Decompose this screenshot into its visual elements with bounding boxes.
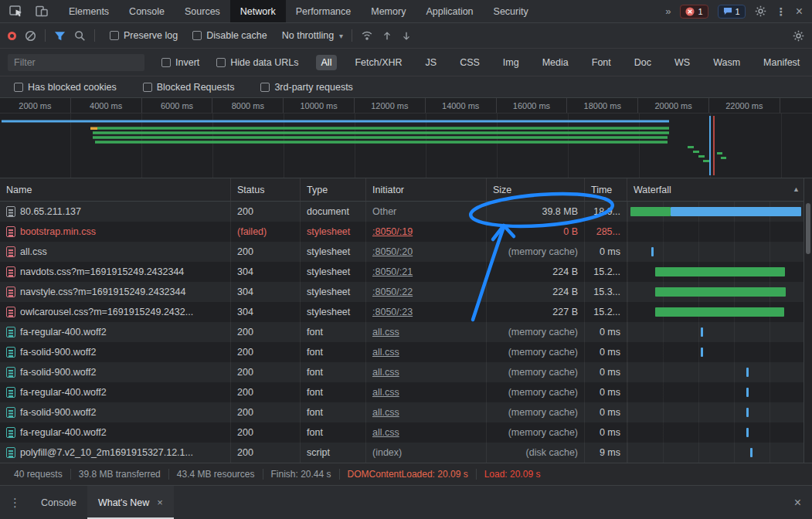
initiator-link[interactable]: all.css [372, 427, 399, 438]
column-header-status[interactable]: Status [231, 178, 301, 201]
status-cell: 200 [231, 422, 301, 443]
error-badge[interactable]: 1 [680, 5, 708, 19]
search-icon[interactable] [74, 30, 86, 42]
filter-type-css[interactable]: CSS [454, 55, 485, 70]
export-har-icon[interactable] [401, 30, 412, 42]
hide-data-urls-checkbox[interactable]: Hide data URLs [216, 57, 298, 68]
drawer-tab-whats-new[interactable]: What's New × [87, 486, 174, 519]
separator [45, 29, 46, 42]
import-har-icon[interactable] [382, 30, 392, 42]
tab-security[interactable]: Security [484, 0, 539, 22]
initiator-link[interactable]: :8050/:20 [372, 246, 413, 257]
scrollbar-thumb[interactable] [806, 203, 810, 254]
table-row[interactable]: fa-regular-400.woff2200fontall.css(memor… [0, 422, 804, 443]
table-row[interactable]: fa-regular-400.woff2200fontall.css(memor… [0, 322, 804, 342]
table-scrollbar[interactable] [804, 178, 812, 463]
table-row[interactable]: navstyle.css?m=1691915249.2432344304styl… [0, 282, 804, 302]
tab-network[interactable]: Network [230, 0, 286, 22]
name-cell: navdots.css?m=1691915249.2432344 [0, 262, 231, 282]
column-header-name[interactable]: Name [0, 178, 231, 201]
preserve-log-checkbox[interactable]: Preserve log [110, 30, 178, 41]
column-header-time[interactable]: Time [585, 178, 627, 201]
close-devtools-icon[interactable]: × [796, 5, 803, 18]
device-toolbar-icon[interactable] [36, 5, 48, 17]
type-cell: document [301, 202, 366, 222]
filter-type-font[interactable]: Font [586, 55, 617, 70]
timeline-tick: 22000 ms [709, 98, 780, 113]
initiator-cell: :8050/:23 [366, 302, 487, 322]
table-row[interactable]: 80.65.211.137200documentOther39.8 MB18.9… [0, 202, 804, 222]
third-party-requests-checkbox[interactable]: 3rd-party requests [260, 82, 352, 93]
table-row[interactable]: fa-regular-400.woff2200fontall.css(memor… [0, 382, 804, 402]
has-blocked-cookies-checkbox[interactable]: Has blocked cookies [14, 82, 117, 93]
size-cell: 0 B [487, 222, 585, 242]
filter-type-manifest[interactable]: Manifest [758, 55, 805, 70]
filter-type-fetchxhr[interactable]: Fetch/XHR [349, 55, 407, 70]
tab-console[interactable]: Console [119, 0, 175, 22]
filter-toggle-icon[interactable] [54, 31, 66, 41]
drawer-tab-console[interactable]: Console [30, 486, 87, 519]
table-row[interactable]: fa-solid-900.woff2200fontall.css(memory … [0, 362, 804, 382]
column-header-type[interactable]: Type [301, 178, 366, 201]
column-header-initiator[interactable]: Initiator [366, 178, 487, 201]
drawer-menu-icon[interactable]: ⋮ [0, 486, 30, 519]
timeline-tick: 6000 ms [142, 98, 213, 113]
initiator-link[interactable]: all.css [372, 387, 399, 398]
invert-checkbox[interactable]: Invert [161, 57, 199, 68]
filter-type-all[interactable]: All [316, 55, 338, 70]
initiator-link[interactable]: :8050/:23 [372, 307, 413, 317]
table-row[interactable]: fa-solid-900.woff2200fontall.css(memory … [0, 342, 804, 362]
request-name: fa-solid-900.woff2 [20, 367, 96, 378]
table-header: Name Status Type Initiator Size Time Wat… [0, 178, 804, 202]
column-header-waterfall[interactable]: Waterfall ▲ [627, 178, 804, 201]
overview-graph[interactable] [0, 114, 812, 178]
filter-type-wasm[interactable]: Wasm [708, 55, 746, 70]
initiator-link[interactable]: :8050/:21 [372, 266, 413, 277]
summary-requests: 40 requests [6, 469, 70, 480]
status-cell: 304 [231, 282, 301, 302]
table-row[interactable]: fa-solid-900.woff2200fontall.css(memory … [0, 402, 804, 422]
name-cell: bootstrap.min.css [0, 222, 231, 242]
initiator-link[interactable]: all.css [372, 347, 399, 358]
clear-button[interactable] [25, 30, 36, 42]
close-whats-new-icon[interactable]: × [157, 497, 163, 508]
record-button[interactable] [8, 32, 16, 40]
filter-type-media[interactable]: Media [537, 55, 574, 70]
network-settings-gear-icon[interactable] [793, 30, 804, 42]
tab-elements[interactable]: Elements [59, 0, 119, 22]
tab-application[interactable]: Application [416, 0, 483, 22]
filter-type-ws[interactable]: WS [669, 55, 695, 70]
table-row[interactable]: polyfill@7.v2_10_2m1691915327.12.1...200… [0, 443, 804, 463]
close-drawer-icon[interactable]: × [783, 486, 812, 519]
column-header-size[interactable]: Size [487, 178, 585, 201]
tab-performance[interactable]: Performance [286, 0, 362, 22]
disable-cache-checkbox[interactable]: Disable cache [192, 30, 267, 41]
initiator-link[interactable]: :8050/:22 [372, 287, 413, 297]
tab-memory[interactable]: Memory [361, 0, 416, 22]
inspect-icon[interactable] [9, 5, 23, 17]
message-badge[interactable]: 1 [718, 5, 746, 19]
message-count: 1 [736, 7, 740, 16]
filter-input[interactable] [8, 54, 144, 71]
sort-asc-icon: ▲ [793, 186, 800, 193]
network-conditions-icon[interactable] [361, 30, 373, 41]
initiator-link[interactable]: all.css [372, 407, 399, 418]
blocked-requests-checkbox[interactable]: Blocked Requests [143, 82, 235, 93]
table-row[interactable]: navdots.css?m=1691915249.2432344304style… [0, 262, 804, 282]
table-row[interactable]: owlcarousel.css?m=1691915249.2432...304s… [0, 302, 804, 322]
tab-sources[interactable]: Sources [175, 0, 230, 22]
initiator-link[interactable]: all.css [372, 327, 399, 338]
throttling-dropdown[interactable]: No throttling ▾ [282, 30, 343, 41]
record-icon [8, 32, 16, 40]
settings-gear-icon[interactable] [755, 5, 766, 17]
filter-type-js[interactable]: JS [420, 55, 443, 70]
filter-type-img[interactable]: Img [498, 55, 525, 70]
menu-dots-icon[interactable]: ⋮ [776, 5, 787, 18]
initiator-link[interactable]: all.css [372, 367, 399, 378]
initiator-link[interactable]: :8050/:19 [372, 226, 413, 237]
table-row[interactable]: all.css200stylesheet:8050/:20(memory cac… [0, 242, 804, 262]
filter-type-doc[interactable]: Doc [629, 55, 657, 70]
request-filters-row: Has blocked cookies Blocked Requests 3rd… [0, 76, 812, 98]
table-row[interactable]: bootstrap.min.css(failed)stylesheet:8050… [0, 222, 804, 242]
more-tabs-icon[interactable]: » [665, 5, 671, 17]
